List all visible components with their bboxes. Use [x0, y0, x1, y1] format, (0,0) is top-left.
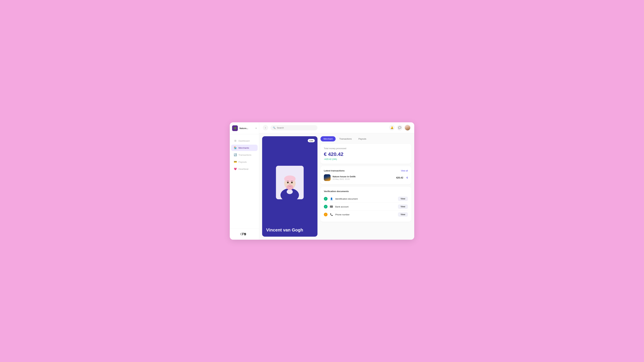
total-money-card: Total money processed € 420.42 +420.42 (… — [320, 144, 411, 164]
footer-logo: ℂ𝔽𝕻 — [240, 232, 248, 237]
app-container: 🌿 Nature... ▾ ⊞ Dashboard 🏪 Merchants 🔄 … — [230, 122, 414, 240]
total-amount: € 420.42 — [324, 151, 408, 157]
back-button[interactable]: ‹ — [263, 125, 268, 130]
dashboard-icon: ⊞ — [234, 139, 237, 142]
merchant-card: Live — [262, 136, 318, 237]
tabs-bar: Merchant Transactions Payouts — [320, 136, 411, 141]
avatar-image — [405, 125, 410, 130]
phone-number-icon: 📞 — [330, 213, 333, 216]
svg-point-7 — [286, 185, 293, 190]
search-input[interactable] — [277, 126, 315, 129]
search-icon: 🔍 — [273, 126, 276, 129]
sidebar: 🌿 Nature... ▾ ⊞ Dashboard 🏪 Merchants 🔄 … — [230, 122, 259, 240]
amount-change: +420.42 (24h) — [324, 158, 408, 160]
company-name: Nature... — [240, 127, 254, 130]
notifications-button[interactable]: 🔔 — [389, 125, 395, 131]
phone-number-label: Phone number — [335, 213, 396, 216]
svg-rect-11 — [330, 206, 333, 207]
view-bank-account-button[interactable]: View — [398, 204, 408, 209]
sidebar-item-merchants[interactable]: 🏪 Merchants — [231, 145, 258, 151]
bank-account-icon — [330, 205, 333, 209]
company-logo: 🌿 — [232, 125, 238, 131]
status-badge-id: ✓ — [324, 197, 328, 201]
merchant-portrait — [276, 166, 304, 199]
heartbeat-icon: 💗 — [234, 167, 237, 170]
sidebar-footer: ℂ𝔽𝕻 — [230, 229, 259, 240]
status-badge-phone: ! — [324, 213, 328, 216]
chevron-down-icon: ▾ — [256, 127, 256, 129]
id-document-label: Identification document — [335, 198, 396, 200]
transaction-info: Nature house in Gellik 19 May 2023, 15:0… — [332, 175, 394, 180]
view-phone-number-button[interactable]: View — [398, 212, 408, 217]
sidebar-item-heartbeat[interactable]: 💗 Heartbeat — [231, 166, 258, 172]
verification-documents-card: Verification documents ✓ 👤 Identificatio… — [320, 187, 411, 222]
tab-payouts[interactable]: Payouts — [355, 136, 369, 141]
verification-title: Verification documents — [324, 190, 349, 193]
svg-point-9 — [291, 182, 293, 183]
sidebar-item-label: Heartbeat — [238, 168, 248, 170]
list-item: ✓ Bank account View — [324, 203, 408, 211]
sidebar-header: 🌿 Nature... ▾ — [230, 122, 259, 134]
total-money-label: Total money processed — [324, 147, 408, 150]
transaction-amount: 420.42 — [396, 176, 403, 179]
id-document-icon: 👤 — [330, 197, 333, 201]
live-badge: Live — [308, 139, 315, 142]
sidebar-nav: ⊞ Dashboard 🏪 Merchants 🔄 Transactions 💳… — [230, 134, 259, 229]
change-value: +420.42 — [324, 158, 332, 160]
view-id-document-button[interactable]: View — [398, 197, 408, 201]
sidebar-item-label: Payouts — [238, 161, 247, 163]
svg-text:ℂ𝔽𝕻: ℂ𝔽𝕻 — [240, 232, 246, 236]
search-bar: 🔍 — [270, 125, 318, 130]
tab-merchant[interactable]: Merchant — [320, 136, 336, 141]
merchant-name: Vincent van Gogh — [266, 227, 303, 233]
topbar: ‹ 🔍 🔔 💬 — [259, 122, 414, 133]
verification-header: Verification documents — [324, 190, 408, 193]
list-item: ! 📞 Phone number View — [324, 211, 408, 218]
change-period: (24h) — [332, 158, 337, 160]
svg-point-3 — [287, 189, 293, 194]
view-all-button[interactable]: View all — [401, 170, 408, 172]
transaction-date: 19 May 2023, 15:03 — [332, 178, 394, 180]
transactions-title: Latest transactions — [324, 169, 345, 172]
sidebar-item-transactions[interactable]: 🔄 Transactions — [231, 152, 258, 158]
right-panel: Merchant Transactions Payouts Total mone… — [320, 136, 411, 237]
merchants-icon: 🏪 — [234, 146, 237, 149]
transactions-icon: 🔄 — [234, 153, 237, 156]
main-content: ‹ 🔍 🔔 💬 Live — [259, 122, 414, 240]
body-area: Live — [259, 133, 414, 240]
user-avatar[interactable] — [404, 125, 410, 131]
bank-account-label: Bank account — [335, 205, 396, 208]
portrait-background — [276, 166, 304, 199]
svg-point-6 — [284, 175, 296, 182]
status-badge-bank: ✓ — [324, 205, 328, 209]
tab-transactions[interactable]: Transactions — [336, 136, 355, 141]
sidebar-item-payouts[interactable]: 💳 Payouts — [231, 159, 258, 165]
payouts-icon: 💳 — [234, 160, 237, 163]
svg-point-8 — [287, 182, 289, 183]
table-row: Nature house in Gellik 19 May 2023, 15:0… — [324, 174, 408, 181]
transaction-currency: € — [406, 176, 408, 179]
transaction-thumbnail — [324, 174, 330, 181]
transactions-header: Latest transactions View all — [324, 169, 408, 172]
thumbnail-image — [324, 174, 330, 181]
sidebar-item-label: Transactions — [238, 154, 252, 156]
topbar-right: 🔔 💬 — [389, 125, 410, 131]
list-item: ✓ 👤 Identification document View — [324, 195, 408, 203]
sidebar-item-label: Dashboard — [238, 140, 250, 142]
messages-button[interactable]: 💬 — [397, 125, 402, 131]
sidebar-item-dashboard[interactable]: ⊞ Dashboard — [231, 138, 258, 144]
sidebar-item-label: Merchants — [238, 147, 249, 149]
svg-rect-12 — [330, 207, 331, 207]
latest-transactions-card: Latest transactions View all Nature hous… — [320, 166, 411, 184]
transaction-name: Nature house in Gellik — [332, 175, 394, 178]
